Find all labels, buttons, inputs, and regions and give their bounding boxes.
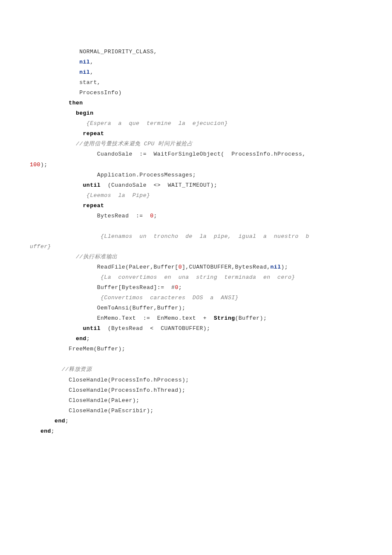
code-line: {Llenamos un troncho de la pipe, igual a…: [30, 231, 362, 242]
code-line: start,: [30, 78, 362, 88]
code-token: until: [83, 325, 101, 332]
code-token: CloseHandle(ProcessInfo.hProcess);: [69, 377, 189, 383]
code-line: BytesRead := 0;: [30, 211, 362, 221]
code-line: NORMAL_PRIORITY_CLASS,: [30, 47, 362, 57]
code-token: String: [214, 315, 235, 321]
code-token: repeat: [83, 130, 104, 137]
code-token: ;: [51, 428, 55, 434]
code-line: //执行标准输出: [30, 252, 362, 262]
code-token: CloseHandle(PaEscribir);: [69, 408, 153, 414]
code-token: nil: [79, 69, 90, 75]
code-token: 100: [30, 162, 40, 168]
code-line: OemToAnsi(Buffer,Buffer);: [30, 303, 362, 313]
code-token: ;: [154, 213, 157, 219]
code-token: EnMemo.Text := EnMemo.text +: [97, 315, 214, 321]
code-line-wrap: 100);: [30, 160, 362, 170]
code-line: FreeMem(Buffer);: [30, 344, 362, 354]
code-token: (CuandoSale <> WAIT_TIMEOUT);: [101, 182, 217, 188]
blank-line: [30, 221, 362, 231]
code-token: {Convertimos caracteres DOS a ANSI}: [101, 295, 239, 301]
code-token: (Buffer);: [235, 315, 267, 321]
code-line: Application.ProcessMessages;: [30, 170, 362, 180]
code-token: 0: [150, 213, 153, 219]
code-token: );: [40, 162, 48, 168]
code-token: (BytesRead < CUANTOBUFFER);: [101, 325, 210, 332]
code-line: ProcessInfo): [30, 88, 362, 98]
code-line: CloseHandle(PaEscribir);: [30, 406, 362, 416]
code-token: 0: [175, 284, 178, 291]
code-line: begin: [30, 108, 362, 119]
code-line: {Espera a que termine la ejecucion}: [30, 119, 362, 129]
code-token: start,: [79, 79, 101, 86]
code-line: nil,: [30, 67, 362, 78]
code-token: CloseHandle(PaLeer);: [69, 397, 139, 404]
code-token: FreeMem(Buffer);: [69, 346, 125, 352]
code-token: ;: [86, 335, 90, 342]
code-token: ReadFile(PaLeer,Buffer[: [97, 264, 179, 270]
code-line: {Convertimos caracteres DOS a ANSI}: [30, 293, 362, 303]
code-token: {Espera a que termine la ejecucion}: [86, 120, 228, 127]
code-line: EnMemo.Text := EnMemo.text + String(Buff…: [30, 313, 362, 324]
code-line: //使用信号量技术来避免 CPU 时间片被抢占: [30, 139, 362, 149]
code-token: Buffer[BytesRead]:= #: [97, 284, 175, 291]
code-token: nil: [271, 264, 281, 270]
code-line: Buffer[BytesRead]:= #0;: [30, 283, 362, 293]
code-token: ],CUANTOBUFFER,BytesRead,: [182, 264, 271, 270]
code-line: repeat: [30, 201, 362, 211]
code-line-wrap: uffer}: [30, 242, 362, 252]
code-token: nil: [79, 59, 90, 65]
code-token: {La convertimos en una string terminada …: [101, 274, 295, 280]
code-token: ,: [90, 69, 93, 75]
code-line: CloseHandle(ProcessInfo.hThread);: [30, 385, 362, 396]
code-line: until (CuandoSale <> WAIT_TIMEOUT);: [30, 180, 362, 191]
code-token: uffer}: [30, 243, 51, 250]
code-token: ;: [65, 418, 69, 424]
code-token: {Leemos la Pipe}: [86, 192, 150, 199]
code-token: ProcessInfo): [79, 90, 122, 96]
code-token: end: [76, 335, 86, 342]
code-line: {La convertimos en una string terminada …: [30, 272, 362, 283]
code-token: OemToAnsi(Buffer,Buffer);: [97, 305, 186, 311]
code-token: Application.ProcessMessages;: [97, 172, 196, 178]
code-token: end: [55, 418, 65, 424]
code-line: repeat: [30, 129, 362, 139]
code-token: begin: [76, 110, 94, 116]
code-line: {Leemos la Pipe}: [30, 191, 362, 201]
code-token: CloseHandle(ProcessInfo.hThread);: [69, 387, 185, 393]
code-line: CuandoSale := WaitForSingleObject( Proce…: [30, 149, 362, 159]
code-token: );: [281, 264, 288, 270]
code-token: {Llenamos un troncho de la pipe, igual a…: [30, 233, 309, 240]
blank-line: [30, 354, 362, 364]
code-line: nil,: [30, 57, 362, 67]
code-token: NORMAL_PRIORITY_CLASS,: [79, 49, 157, 55]
code-document: NORMAL_PRIORITY_CLASS, nil, nil, start, …: [0, 0, 392, 462]
code-token: ,: [90, 59, 93, 65]
code-token: end: [40, 428, 51, 434]
code-line: then: [30, 98, 362, 108]
code-token: until: [83, 182, 101, 188]
code-token: BytesRead :=: [97, 213, 150, 219]
code-line: end;: [30, 426, 362, 436]
code-line: //释放资源: [30, 364, 362, 375]
code-token: //释放资源: [62, 366, 92, 373]
code-line: end;: [30, 334, 362, 344]
code-line: CloseHandle(ProcessInfo.hProcess);: [30, 375, 362, 385]
code-line: until (BytesRead < CUANTOBUFFER);: [30, 324, 362, 334]
code-token: ;: [179, 284, 182, 291]
code-line: CloseHandle(PaLeer);: [30, 396, 362, 406]
code-token: then: [69, 100, 83, 106]
code-token: CuandoSale := WaitForSingleObject( Proce…: [30, 151, 313, 157]
code-token: 0: [179, 264, 182, 270]
code-token: //使用信号量技术来避免 CPU 时间片被抢占: [76, 141, 193, 147]
code-token: repeat: [83, 202, 104, 209]
code-line: ReadFile(PaLeer,Buffer[0],CUANTOBUFFER,B…: [30, 262, 362, 272]
code-line: end;: [30, 416, 362, 426]
code-token: //执行标准输出: [76, 254, 118, 260]
